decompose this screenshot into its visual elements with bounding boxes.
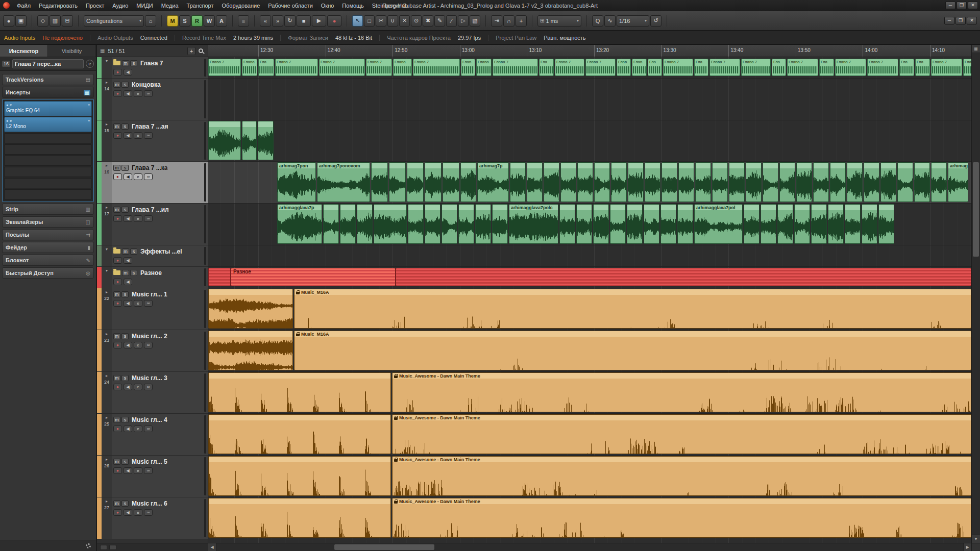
audio-clip[interactable] <box>492 204 508 244</box>
audio-clip[interactable] <box>442 204 457 244</box>
mute-button[interactable]: m <box>113 459 120 465</box>
audio-clip[interactable] <box>779 162 795 202</box>
insert-power-icon[interactable]: ● <box>6 103 8 107</box>
audio-clip[interactable] <box>628 162 644 202</box>
solo-button[interactable]: s <box>121 333 129 339</box>
audio-clip[interactable] <box>897 162 913 202</box>
audio-clip[interactable] <box>813 162 829 202</box>
audio-clip[interactable]: Глава 7 <box>787 59 818 76</box>
audio-clip[interactable]: arhimag7pon <box>277 162 316 202</box>
zoom-tool[interactable]: ⊙ <box>411 15 422 27</box>
inspector-section-inserts[interactable]: Инсерты▦ <box>2 87 94 98</box>
audio-clip[interactable]: Глава <box>393 59 412 76</box>
audio-clip[interactable]: Глава 7 <box>867 59 898 76</box>
audio-clip[interactable]: Глава <box>476 59 492 76</box>
track-expand-arrow-icon[interactable]: ▸ <box>106 122 108 127</box>
freeze-button[interactable]: ∞ <box>144 342 153 348</box>
track-expand-arrow-icon[interactable]: ▸ <box>106 373 108 379</box>
insert-slot-empty[interactable] <box>4 144 92 155</box>
freeze-button[interactable]: ∞ <box>144 300 153 307</box>
monitor-button[interactable]: ◀ <box>124 215 132 222</box>
edit-channel-button[interactable]: e <box>134 384 142 390</box>
audio-clip[interactable]: Глава 7 <box>709 59 740 76</box>
audio-clip[interactable] <box>559 204 575 244</box>
audio-clip[interactable] <box>258 121 274 160</box>
solo-button[interactable]: s <box>121 207 129 213</box>
folder-expand-arrow-icon[interactable]: ▾ <box>106 59 108 64</box>
track-expand-arrow-icon[interactable]: ▸ <box>106 80 108 85</box>
insert-edit-icon[interactable]: e <box>10 119 12 122</box>
audio-clip[interactable]: Гла <box>819 59 834 76</box>
tab-visibility[interactable]: Visibility <box>48 45 96 57</box>
record-arm-button[interactable]: ● <box>113 342 122 348</box>
audio-clip[interactable]: Music_Awesome - Dawn Main Theme <box>392 414 971 454</box>
audio-clip[interactable]: Гла <box>694 59 708 76</box>
play-button[interactable]: ▶ <box>312 15 326 27</box>
inspector-section-quick[interactable]: Быстрый Доступ◎ <box>2 267 94 279</box>
track-grid-icon[interactable]: ▦ <box>100 48 105 54</box>
mixconsole-button[interactable]: ▥ <box>50 15 61 27</box>
inspector-section-eq[interactable]: Эквалайзеры◫ <box>2 216 94 228</box>
audio-clip[interactable]: Глава <box>242 59 257 76</box>
workspace-button[interactable]: ⌂ <box>145 15 156 27</box>
audio-clip[interactable] <box>678 162 694 202</box>
mute-button[interactable]: m <box>122 270 129 276</box>
monitor-button[interactable]: ◀ <box>124 384 132 390</box>
audio-clip[interactable] <box>460 162 476 202</box>
monitor-button[interactable]: ◀ <box>124 300 132 307</box>
audio-clip[interactable] <box>208 331 293 370</box>
snap-button[interactable]: ∩ <box>503 15 514 27</box>
scroll-down-icon[interactable]: ▼ <box>972 535 980 543</box>
vertical-scroll-thumb[interactable] <box>973 162 979 257</box>
record-arm-button[interactable]: ● <box>113 467 122 474</box>
monitor-button[interactable]: ◀ <box>124 425 132 432</box>
record-arm-button[interactable]: ● <box>113 215 122 222</box>
track-row-23[interactable]: ▸23msMusic гл... 2●◀e∞ <box>97 330 208 372</box>
audio-clip[interactable] <box>407 162 424 202</box>
freeze-button[interactable]: ∞ <box>144 467 153 474</box>
zoom-corner[interactable] <box>971 543 980 551</box>
audio-clip[interactable] <box>593 204 609 244</box>
record-arm-button[interactable]: ● <box>113 425 122 432</box>
audio-clip[interactable]: arhimag <box>948 162 968 202</box>
audio-clip[interactable]: Глава 7 <box>275 59 318 76</box>
track-row-25[interactable]: ▸25msMusic гл... 4●◀e∞ <box>97 414 208 456</box>
edit-channel-button[interactable]: e <box>134 425 142 432</box>
track-expand-arrow-icon[interactable]: ▸ <box>106 163 108 168</box>
audio-clip[interactable] <box>794 204 810 244</box>
audio-clip[interactable] <box>371 162 388 202</box>
record-arm-button[interactable]: ● <box>113 509 122 516</box>
mute-button[interactable]: m <box>113 123 120 130</box>
audio-clip[interactable] <box>527 162 543 202</box>
audio-clip[interactable] <box>510 162 526 202</box>
track-row-22[interactable]: ▸22msMusic гл... 1●◀e∞ <box>97 288 208 330</box>
audio-clip[interactable] <box>577 162 593 202</box>
horizontal-scroll-thumb[interactable] <box>334 544 434 550</box>
track-row-17[interactable]: ▸17msГлава 7 ...ил●◀e∞ <box>97 204 208 245</box>
project-close-button[interactable]: ✕ <box>967 17 977 24</box>
audio-clip[interactable] <box>761 204 776 244</box>
folder-expand-arrow-icon[interactable]: ▾ <box>106 268 108 273</box>
color-tool[interactable]: ▧ <box>470 15 480 27</box>
audio-clip[interactable] <box>208 456 391 496</box>
audio-clip[interactable] <box>914 162 930 202</box>
insert-slot-empty[interactable] <box>4 167 92 177</box>
audio-clip[interactable] <box>830 162 846 202</box>
menu-item[interactable]: Помощь <box>338 0 368 11</box>
record-arm-button[interactable]: ● <box>113 257 122 264</box>
audio-clip[interactable]: Гла <box>915 59 930 76</box>
audio-clip[interactable]: Глав <box>461 59 475 76</box>
horizontal-scrollbar[interactable]: ◀ ▶ <box>208 543 971 551</box>
audio-clip[interactable] <box>777 204 793 244</box>
track-row[interactable]: ▾msГлава 7●◀ <box>97 57 208 79</box>
snap-type-button[interactable]: + <box>516 15 527 27</box>
track-row[interactable]: ▾msЭффекты ...el●◀ <box>97 245 208 267</box>
record-button[interactable]: ● <box>327 15 341 27</box>
freeze-button[interactable]: ∞ <box>144 425 153 432</box>
edit-channel-button[interactable]: e <box>134 300 142 307</box>
track-expand-arrow-icon[interactable]: ▸ <box>106 499 108 504</box>
insert-slot-empty[interactable] <box>4 133 92 143</box>
vertical-scrollbar[interactable]: ▦ ▼ <box>971 45 980 543</box>
audio-clip[interactable]: Глав <box>632 59 647 76</box>
audio-clip[interactable] <box>746 162 762 202</box>
